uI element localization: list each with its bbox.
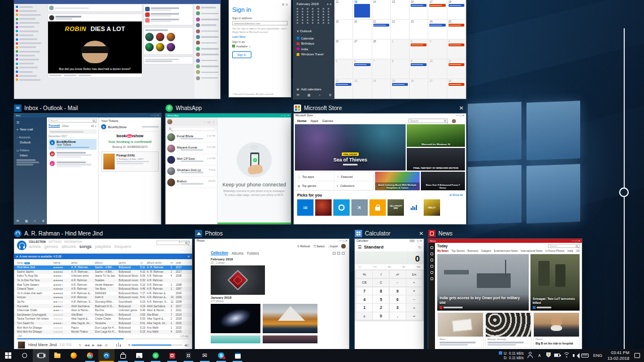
day-number: 19 bbox=[336, 20, 338, 23]
news-nav-rail bbox=[428, 243, 435, 349]
action-center-icon[interactable] bbox=[632, 349, 643, 362]
quick-link-featured: ☆Featured bbox=[334, 172, 373, 181]
taskbar-whatsapp-button[interactable]: ✆ bbox=[147, 349, 164, 362]
window-calendar[interactable]: February 2018 ∧ ∨ ∨ Outlook CalendarBirt… bbox=[294, 0, 466, 99]
touch-keyboard-icon[interactable] bbox=[580, 349, 590, 362]
taskbar-calendar-button[interactable] bbox=[229, 349, 246, 362]
store-hero-banner: PRE-ORDER Sea of Thieves bbox=[295, 124, 406, 171]
window-title-music[interactable]: A. R. Rahman - Hind Mere Jind bbox=[14, 229, 192, 238]
taskbar-clock[interactable]: 03:41 PM13-02-2018 bbox=[605, 350, 632, 361]
security-shield-icon[interactable] bbox=[544, 349, 553, 362]
day-number: 15 bbox=[392, 1, 395, 3]
wifi-icon[interactable] bbox=[562, 349, 571, 362]
taskbar-store-button[interactable] bbox=[115, 349, 131, 362]
show-all-link: ⊞ Show all bbox=[450, 194, 463, 197]
mail-icon: ✉ bbox=[202, 352, 207, 359]
text-placeholder bbox=[56, 164, 92, 165]
taskbar-mail-button[interactable]: ✉ bbox=[197, 349, 213, 362]
window-title-whatsapp[interactable]: ✆ WhatsApp bbox=[166, 103, 291, 113]
song-artist: Alka Yagnik &... bbox=[71, 317, 95, 320]
song-rating: ★★★★★ bbox=[53, 287, 71, 290]
text-placeholder bbox=[201, 66, 219, 67]
tab-focused: Focused bbox=[49, 124, 60, 128]
mini-calendar-day bbox=[317, 14, 319, 15]
zune-menu-settings: settings bbox=[49, 241, 62, 243]
transport-controls: ↻◀◀▶▶▶⇄ bbox=[79, 343, 108, 347]
final-fantasy-tile: FINAL FANTASY XV WINDOWS EDITION bbox=[407, 148, 465, 171]
people-icon[interactable] bbox=[526, 349, 535, 362]
day-number: 24 bbox=[429, 20, 432, 23]
nav-item-icon bbox=[16, 34, 18, 36]
calendar-event-pill bbox=[449, 63, 464, 66]
facebook-nav-item bbox=[16, 34, 45, 36]
key-÷: ÷ bbox=[406, 279, 422, 286]
window-title-calculator[interactable]: Calculator ✕ bbox=[355, 229, 426, 238]
tab-albums: Albums bbox=[232, 251, 243, 255]
taskbar-firefox-button[interactable] bbox=[66, 349, 82, 362]
window-title-store[interactable]: Microsoft Store ✕ bbox=[294, 103, 466, 113]
taskbar-file-explorer-button[interactable] bbox=[49, 349, 66, 362]
nav-item-icon bbox=[16, 67, 18, 69]
window-store-thumbnail[interactable]: Microsoft Store— ▢ ✕ HomeAppsGames Searc… bbox=[294, 114, 466, 224]
song-duration: 3:55 bbox=[140, 313, 147, 316]
inbox-folder: Inbox bbox=[16, 154, 45, 157]
close-window-button[interactable]: ✕ bbox=[457, 105, 466, 111]
taskbar-calculator-button[interactable] bbox=[180, 349, 197, 362]
network-speed-widget[interactable]: U:0.11 kB/sD:0.11 kB/s bbox=[499, 351, 524, 360]
window-whatsapp-thumbnail[interactable]: WhatsApp— ▢ ✕ ◌▭⋮ Kunal Bhola2:42 PM✓✓Ma… bbox=[166, 114, 291, 224]
song-rating: ★★★★☆ bbox=[53, 322, 71, 325]
taskbar-start-button[interactable] bbox=[0, 349, 16, 362]
taskbar-zune-button[interactable] bbox=[98, 349, 115, 362]
taskbar-photos-button[interactable] bbox=[131, 349, 147, 362]
window-music-thumbnail[interactable]: ▾ — ▢ ✕ collectionsettingsinformation ar… bbox=[14, 239, 192, 349]
taskbar: ✆✉SU:0.11 kB/sD:0.11 kB/s∧ENG03:41 PM13-… bbox=[0, 349, 644, 362]
text-placeholder bbox=[19, 6, 33, 8]
quick-link-icon: ◉ bbox=[298, 184, 300, 187]
facebook-nav-item bbox=[16, 42, 45, 45]
window-mail-thumbnail[interactable]: Mail— ▢ ✕ ☰ + New mail ○ Accounts Outloo… bbox=[14, 114, 161, 224]
song-genre: Bollywood bbox=[119, 330, 140, 333]
taskbar-task-view-button[interactable] bbox=[33, 349, 49, 362]
key-.: . bbox=[390, 312, 406, 320]
chat-list-item: Kunal Bhola2:42 PM✓✓ bbox=[166, 132, 217, 143]
window-news-thumbnail[interactable]: News— ▢ ✕ Today Search My NewsTop Storie… bbox=[428, 239, 582, 349]
news-card-title: Big B on his ride to hospital bbox=[536, 342, 577, 346]
window-photos-thumbnail[interactable]: Photos— ▢ ✕ ↻Refresh☐Select↓Import Colle… bbox=[195, 239, 349, 349]
store-icon bbox=[294, 104, 301, 112]
mini-calendar-day bbox=[328, 22, 329, 24]
close-window-button[interactable]: ✕ bbox=[417, 230, 426, 237]
taskbar-chrome-button[interactable] bbox=[82, 349, 98, 362]
mini-calendar-day bbox=[307, 11, 308, 12]
search-icon bbox=[169, 128, 171, 130]
facebook-contact bbox=[196, 6, 219, 10]
search-icon bbox=[185, 242, 188, 244]
facebook-contact bbox=[196, 70, 219, 74]
text-placeholder bbox=[56, 154, 92, 155]
calendar-day-cell: 6 bbox=[353, 59, 372, 79]
window-facebook-browser[interactable]: ROBIN DIES A LOT But did you know Robin … bbox=[14, 0, 220, 99]
song-row: Tauba Tumhare Yeh Ishare☆☆☆☆☆Alka Yagnik… bbox=[14, 317, 192, 321]
taskbar-news-button[interactable] bbox=[164, 349, 180, 362]
song-rating: ★★★★★ bbox=[53, 266, 71, 269]
volume-icon[interactable] bbox=[571, 349, 580, 362]
quick-link-top-games: ◉Top games bbox=[295, 181, 334, 190]
calendar-bottom-icons: ✉▦○⚙ bbox=[297, 93, 332, 97]
signin-as-label: Sign in as: bbox=[232, 40, 288, 43]
window-skype-business-signin[interactable]: ⚙ ∨ Sign in Sign-in address: someone@dom… bbox=[229, 0, 291, 97]
language-indicator[interactable]: ENG bbox=[590, 353, 605, 358]
day-number: 16 bbox=[411, 80, 414, 82]
message-date-header: December 2017 bbox=[49, 135, 97, 138]
window-title-photos[interactable]: Photos bbox=[195, 229, 349, 238]
taskbar-search-button[interactable] bbox=[16, 349, 33, 362]
battery-icon[interactable] bbox=[553, 349, 562, 362]
song-duration: 3:46 bbox=[140, 309, 147, 312]
window-title-mail[interactable]: ✉ Inbox - Outlook - Mail bbox=[14, 103, 161, 113]
show-hidden-icons-chevron[interactable]: ∧ bbox=[535, 349, 544, 362]
taskbar-skype-button[interactable]: S bbox=[213, 349, 229, 362]
window-title-news[interactable]: News bbox=[428, 229, 582, 238]
timeline-scrollbar-knob[interactable] bbox=[619, 187, 629, 197]
calendar-event-pill bbox=[336, 83, 351, 86]
text-placeholder bbox=[201, 54, 219, 55]
window-calculator-thumbnail[interactable]: Calculator— ▢ ✕ ☰ Standard ↻ 0 MCMRM+M-M… bbox=[355, 239, 424, 349]
calendar-label: Calendar bbox=[301, 37, 314, 40]
